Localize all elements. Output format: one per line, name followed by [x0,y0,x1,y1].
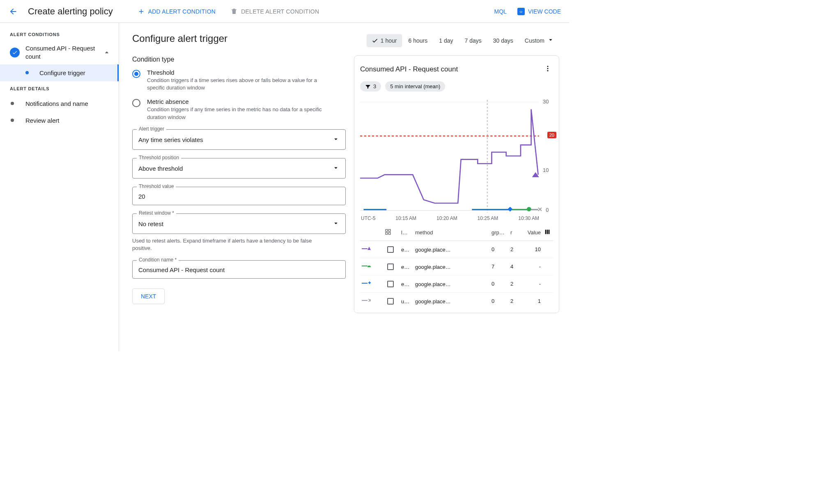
grid-icon[interactable] [383,225,400,241]
kebab-menu-button[interactable] [542,63,553,76]
sidebar-item-label: Configure trigger [39,69,85,76]
chip-label: 3 [373,83,376,89]
time-tab-label: 1 hour [381,37,397,44]
sidebar-item-configure-trigger[interactable]: Configure trigger [0,64,119,81]
time-range-tabs: 1 hour 6 hours 1 day 7 days 30 days Cust… [354,33,559,48]
svg-point-0 [547,66,549,67]
svg-rect-18 [386,229,388,231]
field-label: Retest window * [137,210,176,216]
col-value[interactable]: Value [518,225,542,241]
threshold-badge: 20 [547,132,556,138]
cell-value: 10 [518,241,542,258]
cell-r: 2 [509,293,518,310]
threshold-position-select[interactable]: Threshold position Above threshold [132,158,346,179]
add-alert-condition-button[interactable]: ADD ALERT CONDITION [138,8,216,15]
radio-threshold-label: Threshold [147,69,336,76]
filter-count-chip[interactable]: 3 [360,81,381,92]
series-marker-icon [362,263,372,269]
row-checkbox[interactable] [387,298,394,305]
row-checkbox[interactable] [387,246,394,253]
code-icon: ‹› [517,8,525,15]
svg-text:✕: ✕ [537,206,543,213]
field-value: 20 [138,193,340,200]
threshold-value-input[interactable]: Threshold value 20 [132,187,346,205]
back-button[interactable] [8,7,18,16]
sidebar-item-review-alert[interactable]: Review alert [0,112,119,129]
condition-type-heading: Condition type [132,56,346,63]
field-value: Consumed API - Request count [138,266,340,273]
cell-location: e… [401,247,409,253]
time-tab-30d[interactable]: 30 days [488,34,518,47]
table-row[interactable]: e…google.place…0210 [360,241,553,258]
chart-timezone: UTC-5 [361,215,375,221]
cell-value: - [518,258,542,275]
chart-title: Consumed API - Request count [360,65,542,73]
table-row[interactable]: ✕u…google.place…021 [360,293,553,310]
radio-threshold[interactable]: Threshold Condition triggers if a time s… [132,69,346,92]
add-alert-condition-label: ADD ALERT CONDITION [148,8,216,15]
form-heading: Configure alert trigger [132,33,346,44]
svg-text:0: 0 [546,207,549,213]
svg-rect-24 [549,230,550,234]
alert-trigger-select[interactable]: Alert trigger Any time series violates [132,129,346,150]
cell-location: e… [401,264,409,270]
col-grp[interactable]: grp… [490,225,509,241]
chevron-up-icon[interactable] [102,48,111,57]
col-r[interactable]: r [509,225,518,241]
interval-chip[interactable]: 5 min interval (mean) [385,81,445,92]
alert-conditions-heading: ALERT CONDITIONS [0,32,119,41]
cell-value: - [518,275,542,293]
sidebar-item-label: Notifications and name [25,100,88,107]
svg-rect-15 [508,207,512,212]
svg-text:✕: ✕ [368,298,371,303]
cell-grp: 0 [490,241,509,258]
chart-plot[interactable]: 30 10 0 [360,96,553,215]
check-icon [372,37,378,44]
trash-icon [230,8,238,15]
view-code-button[interactable]: ‹› VIEW CODE [517,8,561,15]
chevron-down-icon [332,220,340,229]
cell-method: google.place… [415,264,451,270]
svg-point-16 [527,207,531,211]
cell-method: google.place… [415,247,451,253]
page-title: Create alerting policy [28,6,113,17]
retest-helper-text: Used to retest alerts. Expand timeframe … [132,237,329,252]
bullet-icon [25,71,29,74]
svg-rect-21 [388,232,390,234]
delete-alert-condition-button[interactable]: DELETE ALERT CONDITION [230,8,319,15]
svg-marker-26 [367,247,371,250]
radio-metric-absence[interactable]: Metric absence Condition triggers if any… [132,98,346,121]
mql-button[interactable]: MQL [494,8,507,15]
bullet-icon [11,102,14,105]
row-checkbox[interactable] [387,263,394,270]
time-tab-6h[interactable]: 6 hours [404,34,433,47]
columns-icon[interactable] [542,225,553,241]
form-column: Configure alert trigger Condition type T… [132,33,346,341]
col-location[interactable]: l… [400,225,413,241]
sidebar-condition-label: Consumed API - Request count [25,44,102,61]
time-tab-7d[interactable]: 7 days [459,34,486,47]
table-row[interactable]: e…google.place…02- [360,275,553,293]
time-tab-custom[interactable]: Custom [520,33,559,48]
time-tab-1d[interactable]: 1 day [434,34,458,47]
col-method[interactable]: method [413,225,490,241]
x-tick: 10:15 AM [395,215,416,221]
time-tab-1h[interactable]: 1 hour [367,34,402,47]
svg-rect-23 [547,230,548,234]
sidebar-condition-item[interactable]: Consumed API - Request count [0,41,119,64]
condition-name-input[interactable]: Condition name * Consumed API - Request … [132,260,346,279]
chevron-down-icon [332,135,340,144]
next-button[interactable]: NEXT [132,289,165,304]
svg-point-2 [547,70,549,71]
retest-window-select[interactable]: Retest window * No retest [132,213,346,234]
sidebar-item-notifications[interactable]: Notifications and name [0,95,119,112]
radio-icon [132,70,140,78]
series-marker-icon [362,246,372,252]
field-label: Threshold value [137,183,176,189]
legend-table: l… method grp… r Value e…google.place…02… [360,225,553,309]
svg-rect-22 [545,230,547,234]
table-row[interactable]: e…google.place…74- [360,258,553,275]
series-marker-icon: ✕ [362,298,372,303]
row-checkbox[interactable] [387,281,394,287]
plus-icon [138,8,145,15]
